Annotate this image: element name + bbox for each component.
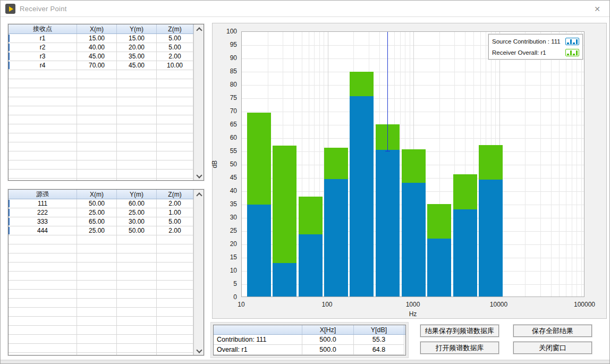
table-cell[interactable] [9, 317, 77, 326]
table-cell[interactable]: 5.00 [157, 43, 193, 52]
table-cell[interactable] [9, 244, 77, 253]
table-cell[interactable]: 1.00 [157, 208, 193, 217]
cursor-name-cell[interactable]: Overall: r1 [214, 345, 302, 355]
table-cell[interactable]: 222 [9, 208, 77, 217]
table-cell[interactable] [157, 353, 193, 355]
table-cell[interactable] [77, 253, 117, 263]
table-cell[interactable] [117, 160, 157, 170]
table-cell[interactable] [9, 97, 77, 106]
table-row[interactable]: 11150.0060.002.00 [9, 199, 193, 208]
table-cell[interactable] [157, 299, 193, 308]
table-cell[interactable] [77, 290, 117, 299]
legend-entry[interactable]: Source Contribution : 111 [489, 36, 582, 47]
table-row[interactable] [9, 299, 193, 308]
table-cell[interactable]: 5.00 [157, 34, 193, 43]
table-cell[interactable] [117, 88, 157, 97]
table-cell[interactable] [9, 160, 77, 170]
table-cell[interactable]: 35.00 [117, 52, 157, 61]
table-row[interactable] [9, 151, 193, 160]
table-row[interactable] [9, 272, 193, 281]
table-cell[interactable] [117, 79, 157, 88]
table-row[interactable]: 33365.0030.005.00 [9, 217, 193, 226]
table-cell[interactable]: 15.00 [117, 34, 157, 43]
table-cell[interactable]: 2.00 [157, 226, 193, 235]
table-cell[interactable]: r1 [9, 34, 77, 43]
table-cell[interactable] [117, 235, 157, 244]
table-row[interactable] [9, 308, 193, 317]
table-row[interactable]: r115.0015.005.00 [9, 34, 193, 43]
cursor-value-cell[interactable]: 500.0 [302, 335, 354, 345]
cursor-value-cell[interactable]: 500.0 [302, 345, 354, 355]
table-cell[interactable] [9, 115, 77, 124]
table-cell[interactable] [9, 88, 77, 97]
table-cell[interactable] [77, 317, 117, 326]
scroll-down-icon[interactable] [197, 173, 201, 177]
table-cell[interactable] [117, 115, 157, 124]
table-cell[interactable] [157, 88, 193, 97]
table-cell[interactable]: r3 [9, 52, 77, 61]
table-row[interactable] [9, 244, 193, 253]
table-cell[interactable] [157, 263, 193, 272]
table-row[interactable] [9, 344, 193, 353]
close-window-button[interactable]: 关闭窗口 [513, 342, 592, 354]
table-cell[interactable] [9, 326, 77, 335]
table-cell[interactable]: 45.00 [77, 52, 117, 61]
table-cell[interactable] [117, 272, 157, 281]
table-row[interactable]: r470.0045.0010.00 [9, 61, 193, 70]
table-cell[interactable] [117, 263, 157, 272]
table-cell[interactable] [77, 353, 117, 355]
table-cell[interactable] [157, 133, 193, 142]
table-row[interactable] [9, 142, 193, 151]
table-cell[interactable] [157, 335, 193, 344]
table-cell[interactable] [157, 244, 193, 253]
table-row[interactable] [9, 115, 193, 124]
table-row[interactable] [9, 170, 193, 179]
table-cell[interactable] [77, 244, 117, 253]
table-cell[interactable] [77, 70, 117, 79]
table-cell[interactable]: 45.00 [117, 61, 157, 70]
table-row[interactable]: 22225.0025.001.00 [9, 208, 193, 217]
table-cell[interactable] [77, 124, 117, 133]
table-cell[interactable] [117, 133, 157, 142]
table-cell[interactable] [77, 133, 117, 142]
table-row[interactable]: 44425.0050.002.00 [9, 226, 193, 235]
table-cell[interactable] [77, 106, 117, 115]
table-cell[interactable] [77, 335, 117, 344]
table-cell[interactable] [77, 272, 117, 281]
cursor-crosshair[interactable] [385, 151, 390, 151]
chart-legend[interactable]: Source Contribution : 111Receiver Overal… [488, 34, 583, 60]
cursor-name-cell[interactable]: Contribution: 111 [214, 335, 302, 345]
table-cell[interactable] [157, 79, 193, 88]
table-row[interactable] [9, 353, 193, 355]
table-cell[interactable] [77, 151, 117, 160]
table-cell[interactable] [9, 142, 77, 151]
table-cell[interactable] [157, 70, 193, 79]
table-cell[interactable]: 50.00 [117, 226, 157, 235]
table-cell[interactable] [9, 179, 77, 180]
table-row[interactable] [9, 263, 193, 272]
table-cell[interactable]: 444 [9, 226, 77, 235]
table-cell[interactable] [9, 335, 77, 344]
table-cell[interactable]: 333 [9, 217, 77, 226]
table-cell[interactable] [77, 326, 117, 335]
legend-entry[interactable]: Receiver Overall: r1 [489, 47, 582, 58]
table-cell[interactable] [157, 344, 193, 353]
scroll-up-icon[interactable] [197, 27, 201, 31]
table-cell[interactable] [117, 344, 157, 353]
table-cell[interactable] [9, 308, 77, 317]
table-row[interactable] [9, 106, 193, 115]
table-cell[interactable] [77, 170, 117, 179]
table-cell[interactable]: 40.00 [77, 43, 117, 52]
table-cell[interactable]: 2.00 [157, 52, 193, 61]
scroll-up-icon[interactable] [197, 192, 201, 197]
table-cell[interactable] [9, 299, 77, 308]
table-cell[interactable]: 15.00 [77, 34, 117, 43]
table-cell[interactable] [9, 106, 77, 115]
source-strength-table[interactable]: 源强X(m)Y(m)Z(m)11150.0060.002.0022225.002… [8, 189, 204, 355]
table-cell[interactable]: 70.00 [77, 61, 117, 70]
table-cell[interactable]: 25.00 [77, 208, 117, 217]
table-row[interactable]: r240.0020.005.00 [9, 43, 193, 52]
table-cell[interactable] [9, 170, 77, 179]
table-cell[interactable] [157, 151, 193, 160]
table-row[interactable] [9, 70, 193, 79]
